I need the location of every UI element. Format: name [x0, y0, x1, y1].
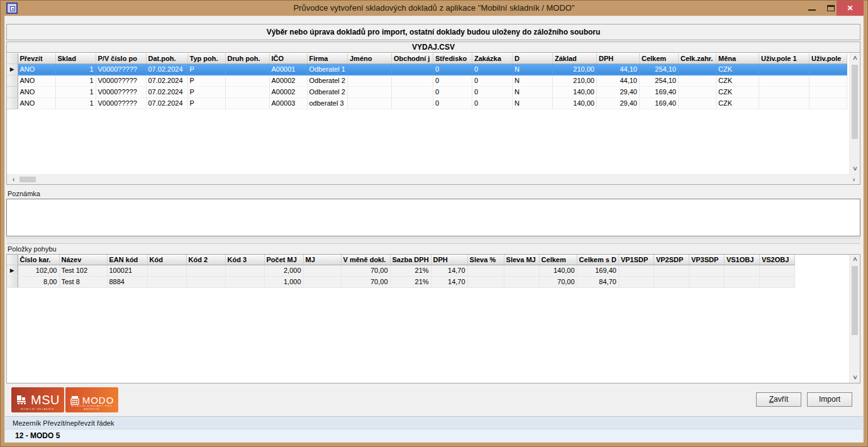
column-header[interactable]: EAN kód	[107, 255, 147, 265]
cell[interactable]	[391, 75, 433, 86]
row-selector-header[interactable]	[7, 53, 18, 63]
cell[interactable]	[225, 97, 269, 109]
cell[interactable]	[303, 265, 341, 276]
cell[interactable]: P	[187, 63, 225, 75]
cell[interactable]	[759, 276, 794, 287]
cell[interactable]: ANO	[18, 97, 55, 109]
cell[interactable]: Odberatel 2	[307, 75, 347, 86]
row-selector[interactable]: ▶	[7, 265, 18, 276]
cell[interactable]	[391, 86, 433, 97]
cell[interactable]	[809, 63, 847, 75]
cell[interactable]: 0	[433, 97, 472, 109]
cell[interactable]: V0000?????	[96, 63, 146, 75]
cell[interactable]: 1	[55, 97, 96, 109]
cell[interactable]	[759, 265, 794, 276]
column-header[interactable]: Sleva MJ	[504, 255, 539, 265]
column-header[interactable]: Měna	[716, 53, 759, 63]
row-selector[interactable]: ▶	[7, 63, 18, 75]
cell[interactable]: N	[512, 97, 552, 109]
cell[interactable]: 8884	[107, 276, 147, 287]
cell[interactable]	[467, 276, 504, 287]
cell[interactable]	[504, 265, 539, 276]
cell[interactable]: 2,000	[264, 265, 303, 276]
note-input[interactable]	[6, 199, 860, 236]
table-row[interactable]: 8,00Test 888841,00070,0021%14,7070,0084,…	[7, 276, 794, 287]
cell[interactable]	[809, 75, 847, 86]
cell[interactable]: ANO	[18, 75, 55, 86]
cell[interactable]: P	[187, 75, 225, 86]
column-header[interactable]: Číslo kar.	[18, 255, 59, 265]
column-header[interactable]: Dat.poh.	[146, 53, 187, 63]
import-button[interactable]: Import	[807, 392, 852, 407]
cell[interactable]	[347, 97, 391, 109]
scrollbar-thumb[interactable]	[852, 65, 858, 139]
cell[interactable]	[467, 265, 504, 276]
cell[interactable]: 169,40	[639, 86, 678, 97]
cell[interactable]: 1,000	[264, 276, 303, 287]
cell[interactable]	[759, 97, 809, 109]
table-row[interactable]: ANO1V0000?????07.02.2024PA00002Odberatel…	[7, 86, 847, 97]
column-header[interactable]: VS1OBJ	[724, 255, 759, 265]
cell[interactable]	[391, 63, 433, 75]
minimize-button[interactable]	[805, 0, 819, 16]
cell[interactable]	[225, 276, 264, 287]
cell[interactable]	[759, 75, 809, 86]
cell[interactable]	[809, 86, 847, 97]
cell[interactable]: N	[512, 86, 552, 97]
cell[interactable]: V0000?????	[96, 86, 146, 97]
cell[interactable]: 07.02.2024	[146, 63, 187, 75]
cell[interactable]: 210,00	[552, 75, 596, 86]
cell[interactable]	[678, 97, 716, 109]
column-header[interactable]: Uživ.pole	[809, 53, 847, 63]
cell[interactable]: 8,00	[18, 276, 59, 287]
column-header[interactable]: P/V číslo po	[96, 53, 146, 63]
row-selector[interactable]	[7, 86, 18, 97]
table-row[interactable]: ▶102,00Test 1021000212,00070,0021%14,701…	[7, 265, 794, 276]
column-header[interactable]: Celkem s D	[577, 255, 618, 265]
cell[interactable]: 1	[55, 86, 96, 97]
cell[interactable]	[689, 276, 724, 287]
cell[interactable]: 84,70	[577, 276, 618, 287]
cell[interactable]: 07.02.2024	[146, 86, 187, 97]
column-header[interactable]: Sklad	[55, 53, 96, 63]
column-header[interactable]: DPH	[596, 53, 639, 63]
cell[interactable]	[225, 86, 269, 97]
table-row[interactable]: ▶ANO1V0000?????07.02.2024PA00001Odberate…	[7, 63, 847, 75]
column-header[interactable]: VP1SDP	[618, 255, 654, 265]
cell[interactable]	[654, 276, 689, 287]
column-header[interactable]: Převzít	[18, 53, 55, 63]
cell[interactable]: 210,00	[552, 63, 596, 75]
column-header[interactable]: Kód 3	[225, 255, 264, 265]
cell[interactable]: 07.02.2024	[146, 97, 187, 109]
row-selector[interactable]	[7, 75, 18, 86]
cell[interactable]: 0	[472, 86, 512, 97]
cell[interactable]: A00001	[269, 63, 307, 75]
scroll-down-icon[interactable]: ˅	[850, 373, 860, 383]
cell[interactable]: 0	[472, 63, 512, 75]
cell[interactable]	[225, 75, 269, 86]
cell[interactable]: A00003	[269, 97, 307, 109]
column-header[interactable]: Celkem	[639, 53, 678, 63]
cell[interactable]	[724, 276, 759, 287]
cell[interactable]	[504, 276, 539, 287]
cell[interactable]	[347, 86, 391, 97]
column-header[interactable]: VP2SDP	[654, 255, 689, 265]
column-header[interactable]: DPH	[431, 255, 467, 265]
scroll-down-icon[interactable]: ˅	[850, 164, 860, 174]
cell[interactable]: A00002	[269, 86, 307, 97]
cell[interactable]	[678, 86, 716, 97]
column-header[interactable]: Uživ.pole 1	[759, 53, 809, 63]
cell[interactable]: N	[512, 75, 552, 86]
column-header[interactable]: Středisko	[433, 53, 472, 63]
row-selector[interactable]	[7, 97, 18, 109]
column-header[interactable]: Základ	[552, 53, 596, 63]
cell[interactable]: CZK	[716, 86, 759, 97]
scrollbar-thumb[interactable]	[852, 266, 858, 335]
column-header[interactable]: Počet MJ	[264, 255, 303, 265]
cell[interactable]: Test 8	[59, 276, 107, 287]
scroll-left-icon[interactable]: ‹	[8, 175, 19, 185]
cell[interactable]: 169,40	[639, 97, 678, 109]
cell[interactable]: 1	[55, 75, 96, 86]
cell[interactable]: ANO	[18, 86, 55, 97]
cell[interactable]: ANO	[18, 63, 55, 75]
